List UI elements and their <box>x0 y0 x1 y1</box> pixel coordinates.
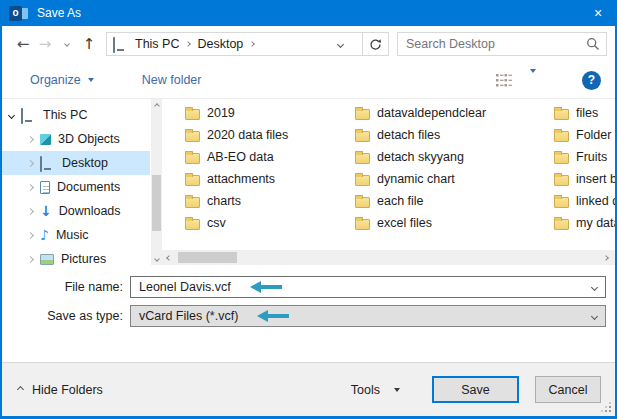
help-button[interactable]: ? <box>582 71 601 90</box>
folder-item[interactable]: datavaldependclear <box>355 102 525 124</box>
folder-item[interactable]: attachments <box>185 168 355 190</box>
folder-item[interactable]: csv <box>185 212 355 234</box>
sidebar-item-music[interactable]: ♪ Music <box>2 223 150 247</box>
folder-item[interactable]: insert bla <box>554 168 615 190</box>
sidebar-item-desktop[interactable]: Desktop <box>2 151 150 175</box>
refresh-icon <box>369 38 382 51</box>
folder-item[interactable]: 2020 data files <box>185 124 355 146</box>
folder-item[interactable]: detach skyyang <box>355 146 525 168</box>
new-folder-button[interactable]: New folder <box>142 73 202 87</box>
save-as-type-dropdown-chevron[interactable] <box>591 312 598 319</box>
forward-button[interactable]: → <box>34 35 56 53</box>
folder-item[interactable]: 2019 <box>185 102 355 124</box>
folder-item[interactable]: detach files <box>355 124 525 146</box>
folder-item[interactable]: files <box>554 102 615 124</box>
expander-icon[interactable] <box>27 207 34 214</box>
folder-icon <box>355 131 370 142</box>
folder-icon <box>554 219 569 230</box>
details-view-icon <box>496 73 512 87</box>
sidebar-item-pictures[interactable]: Pictures <box>2 247 150 265</box>
folder-icon <box>185 131 200 142</box>
breadcrumb: This PC Desktop <box>106 32 389 56</box>
expander-icon[interactable] <box>27 255 34 262</box>
save-as-type-select[interactable]: vCard Files (*.vcf) <box>130 305 606 327</box>
breadcrumb-separator-icon[interactable] <box>249 41 255 47</box>
chevron-down-icon <box>394 388 400 392</box>
folder-item[interactable]: Fruits <box>554 146 615 168</box>
scrollbar-thumb[interactable] <box>152 175 161 231</box>
file-column-1: 2019 2020 data files AB-EO data attachme… <box>185 102 355 234</box>
change-view-button[interactable] <box>496 73 512 87</box>
folder-item[interactable]: dynamic chart <box>355 168 525 190</box>
sidebar-item-3d-objects[interactable]: 3D Objects <box>2 127 150 151</box>
window-title: Save As <box>37 6 81 20</box>
file-name-input[interactable]: Leonel Davis.vcf <box>130 276 606 298</box>
scroll-up-icon[interactable] <box>151 99 162 112</box>
folder-icon <box>185 109 200 120</box>
expander-icon[interactable] <box>8 111 15 118</box>
folder-icon <box>554 197 569 208</box>
sidebar-item-documents[interactable]: Documents <box>2 175 150 199</box>
search-input[interactable] <box>406 37 586 51</box>
folder-item[interactable]: excel files <box>355 212 525 234</box>
breadcrumb-this-pc[interactable]: This PC <box>135 37 179 51</box>
back-button[interactable]: ← <box>12 35 34 53</box>
annotation-arrow <box>262 314 289 318</box>
folder-item[interactable]: Folder Te <box>554 124 615 146</box>
folder-item[interactable]: each file <box>355 190 525 212</box>
annotation-arrow <box>255 285 282 289</box>
folder-item[interactable]: charts <box>185 190 355 212</box>
sidebar-item-downloads[interactable]: ↓ Downloads <box>2 199 150 223</box>
folder-item[interactable]: my data <box>554 212 615 234</box>
folder-icon <box>355 197 370 208</box>
expander-icon[interactable] <box>27 159 34 166</box>
folder-icon <box>355 153 370 164</box>
folder-icon <box>185 175 200 186</box>
hide-folders-button[interactable]: Hide Folders <box>18 383 103 397</box>
scroll-left-icon[interactable] <box>162 250 176 265</box>
folder-icon <box>554 131 569 142</box>
save-as-type-value[interactable]: vCard Files (*.vcf) <box>139 309 238 323</box>
command-bar: Organize New folder ? <box>2 62 615 99</box>
refresh-button[interactable] <box>362 32 388 56</box>
cube-icon <box>40 134 51 145</box>
folder-icon <box>554 153 569 164</box>
expander-icon[interactable] <box>27 135 34 142</box>
close-icon[interactable]: × <box>581 0 615 26</box>
file-name-dropdown-chevron[interactable] <box>591 283 598 290</box>
cancel-button[interactable]: Cancel <box>535 376 601 403</box>
address-dropdown-chevron[interactable] <box>329 42 351 47</box>
save-as-dialog: o Save As × ← → ↑ This PC Desktop <box>0 0 617 419</box>
sidebar-item-this-pc[interactable]: This PC <box>2 103 150 127</box>
folder-item[interactable]: linked da <box>554 190 615 212</box>
breadcrumb-desktop[interactable]: Desktop <box>197 37 243 51</box>
file-name-value[interactable]: Leonel Davis.vcf <box>139 280 231 294</box>
titlebar: o Save As × <box>2 0 615 26</box>
folder-item[interactable]: AB-EO data <box>185 146 355 168</box>
recent-locations-chevron[interactable] <box>56 42 78 46</box>
picture-icon <box>40 254 54 265</box>
folder-icon <box>554 175 569 186</box>
search-icon <box>586 37 600 51</box>
tools-button[interactable]: Tools <box>351 383 400 397</box>
scroll-right-icon[interactable] <box>599 250 613 265</box>
scrollbar-thumb[interactable] <box>178 252 237 263</box>
tools-label: Tools <box>351 383 380 397</box>
folder-icon <box>185 197 200 208</box>
view-options-chevron[interactable] <box>530 73 536 87</box>
up-button[interactable]: ↑ <box>78 35 100 53</box>
expander-icon[interactable] <box>27 183 34 190</box>
tree-scrollbar[interactable] <box>151 99 162 265</box>
organize-button[interactable]: Organize <box>30 73 94 87</box>
save-button[interactable]: Save <box>432 376 519 403</box>
folder-icon <box>355 219 370 230</box>
folder-icon <box>554 109 569 120</box>
file-name-label: File name: <box>2 280 130 294</box>
expander-icon[interactable] <box>27 231 34 238</box>
breadcrumb-separator-icon[interactable] <box>186 41 192 47</box>
search-box[interactable] <box>397 32 607 56</box>
file-column-2: datavaldependclear detach files detach s… <box>355 102 525 234</box>
file-list-scrollbar[interactable] <box>162 250 615 265</box>
scroll-down-icon[interactable] <box>151 252 162 265</box>
resize-grip[interactable] <box>609 410 611 412</box>
